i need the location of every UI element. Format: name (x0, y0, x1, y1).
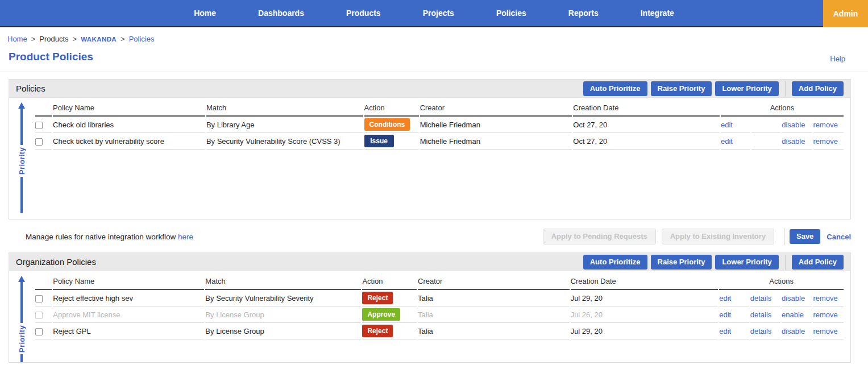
row-action-cell: details (750, 290, 780, 306)
raise-priority-button[interactable]: Raise Priority (651, 255, 712, 270)
column-header-creator: Creator (420, 101, 572, 117)
checkbox-cell (35, 306, 52, 323)
details-link[interactable]: details (750, 327, 772, 335)
nav-items: HomeDashboardsProductsProjectsPoliciesRe… (173, 9, 695, 18)
row-action-cell: disable (782, 133, 812, 150)
policy-row-check-old-libraries: Check old librariesBy Library AgeConditi… (35, 117, 844, 133)
breadcrumb-item-wakanda[interactable]: WAKANDA (81, 36, 117, 43)
cancel-link[interactable]: Cancel (827, 233, 851, 241)
checkbox-cell (35, 290, 52, 306)
edit-link[interactable]: edit (719, 294, 731, 302)
disable-link[interactable]: disable (782, 121, 805, 129)
row-action-cell: edit (721, 117, 750, 133)
remove-link[interactable]: remove (813, 294, 837, 302)
edit-link[interactable]: edit (721, 137, 733, 146)
action-badge-reject[interactable]: Reject (362, 325, 393, 337)
breadcrumb-separator: > (31, 35, 36, 43)
row-action-cell: remove (813, 117, 844, 133)
add-policy-button[interactable]: Add Policy (792, 81, 844, 96)
apply-existing-inventory-button[interactable]: Apply to Existing Inventory (662, 229, 774, 244)
policy-match-cell: By License Group (205, 306, 361, 323)
enable-link[interactable]: enable (782, 310, 804, 319)
help-link[interactable]: Help (830, 55, 845, 63)
nav-item-home[interactable]: Home (194, 9, 216, 18)
policy-match-cell: By License Group (205, 323, 361, 339)
policy-action-cell: Conditions (364, 117, 419, 133)
column-header-creator: Creator (418, 275, 570, 290)
nav-item-projects[interactable]: Projects (423, 9, 454, 18)
column-header-policy-name: Policy Name (53, 101, 205, 117)
breadcrumb-item-policies[interactable]: Policies (129, 35, 155, 43)
lower-priority-button[interactable]: Lower Priority (715, 81, 778, 96)
details-link[interactable]: details (750, 294, 772, 302)
edit-link[interactable]: edit (721, 121, 733, 129)
toolbar-divider (785, 81, 786, 96)
nav-item-policies[interactable]: Policies (496, 9, 526, 18)
remove-link[interactable]: remove (813, 137, 838, 146)
nav-item-products[interactable]: Products (346, 9, 381, 18)
apply-pending-requests-button[interactable]: Apply to Pending Requests (543, 229, 656, 244)
auto-prioritize-button[interactable]: Auto Prioritize (583, 255, 647, 270)
remove-link[interactable]: remove (813, 327, 837, 335)
row-action-cell: disable (782, 290, 812, 306)
remove-link[interactable]: remove (813, 121, 838, 129)
add-policy-button[interactable]: Add Policy (792, 255, 844, 270)
workflow-text: Manage rules for native integration work… (26, 233, 537, 241)
nav-item-dashboards[interactable]: Dashboards (258, 9, 304, 18)
raise-priority-button[interactable]: Raise Priority (651, 81, 712, 96)
row-action-cell: details (750, 306, 780, 323)
priority-arrow-line (20, 177, 23, 213)
disable-link[interactable]: disable (782, 327, 805, 335)
organization-policies-section: Organization Policies Auto PrioritizeRai… (9, 252, 851, 363)
title-row: Product Policies Help (0, 43, 868, 63)
nav-item-integrate[interactable]: Integrate (641, 9, 674, 18)
top-nav: HomeDashboardsProductsProjectsPoliciesRe… (0, 0, 868, 27)
nav-item-reports[interactable]: Reports (568, 9, 599, 18)
row-checkbox[interactable] (35, 138, 43, 146)
policy-row-approve-mit-license: Approve MIT licenseBy License GroupAppro… (35, 306, 844, 323)
workflow-divider (784, 228, 784, 245)
policy-action-cell: Reject (362, 290, 417, 306)
priority-arrow-head-icon (18, 276, 25, 282)
policy-creator-cell: Michelle Friedman (420, 133, 572, 150)
breadcrumb-item-home[interactable]: Home (7, 35, 27, 43)
priority-arrow-line (20, 282, 23, 323)
edit-link[interactable]: edit (719, 310, 731, 319)
column-header-match: Match (206, 101, 363, 117)
policy-creator-cell: Michelle Friedman (420, 117, 572, 133)
auto-prioritize-button[interactable]: Auto Prioritize (583, 81, 647, 96)
row-action-cell: remove (813, 290, 844, 306)
disable-link[interactable]: disable (782, 137, 805, 146)
save-button[interactable]: Save (790, 229, 820, 244)
row-checkbox[interactable] (35, 312, 43, 319)
row-action-cell: remove (813, 306, 844, 323)
action-badge-reject[interactable]: Reject (362, 292, 393, 304)
action-badge-approve[interactable]: Approve (362, 308, 400, 321)
row-action-cell: remove (813, 323, 844, 339)
policy-date-cell: Jul 29, 20 (571, 323, 719, 339)
column-header-action: Action (364, 101, 419, 117)
action-badge-issue[interactable]: Issue (364, 135, 394, 147)
disable-link[interactable]: disable (782, 294, 805, 302)
row-checkbox[interactable] (35, 295, 43, 302)
checkbox-column-header (35, 275, 52, 290)
details-link[interactable]: details (750, 310, 772, 319)
product-table-area: Policy NameMatchActionCreatorCreation Da… (34, 98, 850, 219)
policy-date-cell: Oct 27, 20 (573, 133, 720, 150)
column-header-match: Match (205, 275, 361, 290)
policy-name-cell: Reject GPL (53, 323, 204, 339)
policy-name-cell: Reject effective high sev (53, 290, 204, 306)
row-checkbox[interactable] (35, 122, 43, 129)
action-badge-conditions[interactable]: Conditions (364, 118, 410, 131)
policy-date-cell: Jul 29, 20 (571, 290, 719, 306)
workflow-here-link[interactable]: here (178, 233, 193, 241)
row-checkbox[interactable] (35, 328, 43, 335)
remove-link[interactable]: remove (813, 310, 837, 319)
edit-link[interactable]: edit (719, 327, 731, 335)
admin-button[interactable]: Admin (823, 0, 868, 27)
lower-priority-button[interactable]: Lower Priority (715, 255, 778, 270)
policy-name-cell: Check ticket by vulnerability score (53, 133, 205, 150)
policy-creator-cell: Talia (418, 306, 570, 323)
column-header-policy-name: Policy Name (53, 275, 204, 290)
organization-table-body: Reject effective high sevBy Security Vul… (35, 290, 844, 339)
